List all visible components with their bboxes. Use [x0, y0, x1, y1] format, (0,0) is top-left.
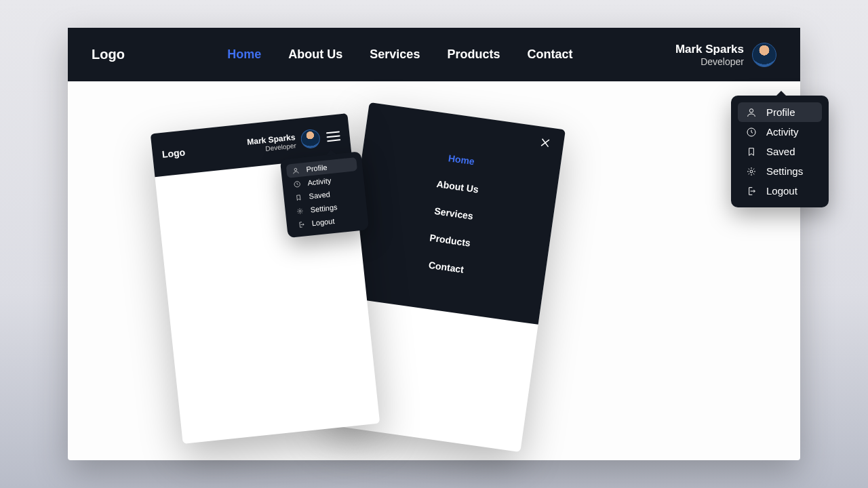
clock-icon [746, 127, 757, 138]
dropdown-label: Settings [766, 165, 803, 177]
mobile-nav-services[interactable]: Services [434, 205, 474, 222]
mobile-nav-products[interactable]: Products [429, 232, 471, 248]
user-block[interactable]: Mark Sparks Developer [675, 43, 776, 67]
dropdown-label: Activity [307, 176, 332, 187]
dropdown-label: Saved [766, 146, 795, 157]
nav-home[interactable]: Home [227, 47, 261, 62]
close-icon [538, 136, 552, 150]
dropdown-label: Profile [306, 163, 328, 174]
main-header: Logo Home About Us Services Products Con… [68, 28, 800, 81]
primary-nav: Home About Us Services Products Contact [125, 47, 675, 62]
dropdown-label: Logout [766, 185, 797, 197]
dropdown-label: Logout [311, 217, 335, 227]
dropdown-label: Activity [766, 126, 799, 138]
gear-icon [296, 207, 304, 215]
nav-services[interactable]: Services [370, 47, 420, 62]
user-dropdown: Profile Activity Saved Settings Logout [731, 96, 829, 207]
logout-icon [297, 220, 305, 228]
logout-icon [746, 186, 757, 197]
avatar[interactable] [752, 43, 776, 67]
dropdown-profile[interactable]: Profile [738, 102, 822, 122]
user-icon [292, 166, 300, 174]
bookmark-icon [746, 146, 757, 157]
dropdown-label: Profile [766, 106, 795, 118]
mobile-logo[interactable]: Logo [161, 146, 186, 159]
bookmark-icon [294, 193, 302, 201]
nav-contact[interactable]: Contact [527, 47, 572, 62]
dropdown-saved[interactable]: Saved [738, 142, 822, 161]
dropdown-activity[interactable]: Activity [738, 122, 822, 142]
dropdown-logout[interactable]: Logout [738, 181, 822, 201]
mobile-user-block[interactable]: Mark Sparks Developer [247, 132, 297, 154]
close-button[interactable] [538, 136, 552, 150]
app-frame: Logo Home About Us Services Products Con… [68, 28, 800, 460]
dropdown-label: Settings [310, 203, 338, 214]
mobile-open-menu: Home About Us Services Products Contact [342, 102, 566, 325]
logo[interactable]: Logo [92, 47, 125, 62]
clock-icon [293, 180, 301, 188]
mobile-nav-contact[interactable]: Contact [428, 260, 465, 275]
mobile-nav-home[interactable]: Home [448, 152, 475, 167]
mobile-user-dropdown: Profile Activity Saved Settings Logout [280, 151, 369, 238]
user-name: Mark Sparks [675, 43, 744, 56]
gear-icon [746, 166, 757, 177]
nav-products[interactable]: Products [447, 47, 500, 62]
nav-about[interactable]: About Us [288, 47, 342, 62]
mobile-nav-about[interactable]: About Us [436, 178, 479, 195]
mobile-preview-header: Logo Mark Sparks Developer Profile Activ… [151, 113, 380, 444]
dropdown-settings[interactable]: Settings [738, 161, 822, 181]
dropdown-label: Saved [309, 190, 330, 200]
user-role: Developer [675, 56, 744, 67]
mobile-avatar[interactable] [300, 128, 321, 149]
hamburger-icon[interactable] [326, 131, 340, 142]
user-icon [746, 107, 757, 118]
